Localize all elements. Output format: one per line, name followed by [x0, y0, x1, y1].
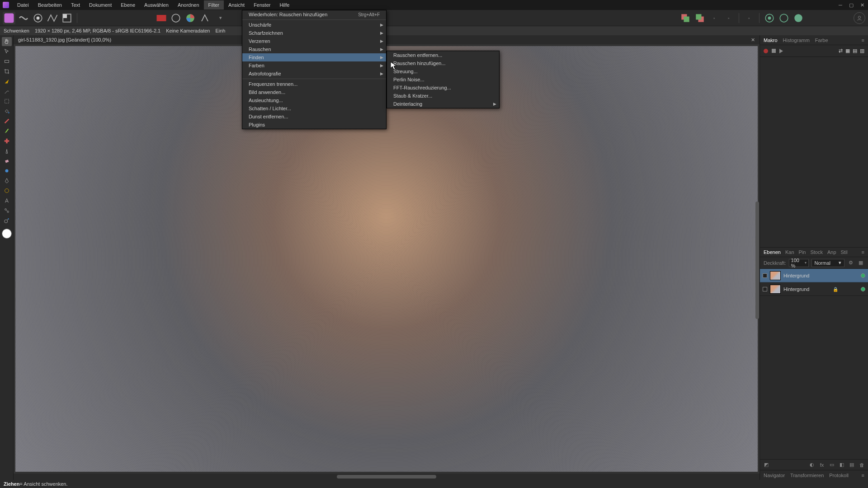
sync-3-button[interactable] — [792, 12, 805, 24]
filter-astrofotografie[interactable]: Astrofotografie▶ — [242, 70, 386, 78]
noise-dust[interactable]: Staub & Kratzer... — [387, 92, 499, 100]
heal-tool[interactable] — [2, 136, 12, 145]
swatch-mask[interactable] — [170, 12, 182, 24]
tab-stock[interactable]: Stock — [810, 249, 823, 255]
tab-histogramm[interactable]: Histogramm — [783, 38, 810, 43]
tone-map-persona-button[interactable] — [46, 12, 59, 24]
macro-opt-1[interactable]: ⇄ — [839, 48, 843, 54]
tab-anp[interactable]: Anp — [827, 249, 836, 255]
tab-pin[interactable]: Pin — [799, 249, 806, 255]
filter-unschaerfe[interactable]: Unschärfe▶ — [242, 21, 386, 29]
crop-tool[interactable] — [2, 67, 12, 76]
play-button[interactable] — [779, 49, 783, 53]
fx-layer-button[interactable]: fx — [818, 461, 826, 469]
swatch-colorwheel[interactable] — [184, 12, 197, 24]
tab-transformieren[interactable]: Transformieren — [790, 473, 824, 478]
pan-tool[interactable] — [2, 37, 12, 46]
menu-ansicht[interactable]: Ansicht — [224, 0, 249, 9]
filter-schatten-lichter[interactable]: Schatten / Lichter... — [242, 104, 386, 113]
filter-bild-anwenden[interactable]: Bild anwenden... — [242, 88, 386, 96]
filter-plugins[interactable]: Plugins — [242, 121, 386, 129]
noise-diffuse[interactable]: Streuung... — [387, 67, 499, 75]
pen-tool[interactable] — [2, 176, 12, 185]
tab-stil[interactable]: Stil — [841, 249, 848, 255]
filter-ausleuchtung[interactable]: Ausleuchtung... — [242, 96, 386, 104]
layer-opt-cog[interactable]: ⚙ — [847, 259, 854, 267]
macro-opt-2[interactable]: ▦ — [845, 48, 850, 54]
order-front-button[interactable] — [693, 12, 706, 24]
filter-rauschen[interactable]: Rauschen▶ — [242, 45, 386, 53]
minimize-button[interactable]: ─ — [837, 2, 844, 8]
filter-dunst[interactable]: Dunst entfernen... — [242, 113, 386, 121]
menu-filter[interactable]: Filter — [204, 0, 224, 9]
gradient-tool[interactable] — [2, 117, 12, 126]
export-persona-button[interactable] — [61, 12, 73, 24]
layers-menu-icon[interactable]: ≡ — [862, 249, 864, 255]
panel-menu-icon[interactable]: ≡ — [862, 38, 864, 43]
menu-bearbeiten[interactable]: Bearbeiten — [33, 0, 66, 9]
layer-checkbox[interactable] — [763, 287, 767, 291]
noise-fft[interactable]: FFT-Rauschreduzierung... — [387, 84, 499, 92]
stop-button[interactable] — [772, 49, 776, 53]
noise-add[interactable]: Rauschen hinzufügen... — [387, 59, 499, 67]
swatch-auto[interactable] — [198, 12, 211, 24]
blend-mode-select[interactable]: Normal▾ — [811, 259, 844, 267]
layer-opt-lock[interactable]: ▦ — [857, 259, 864, 267]
color-swatch[interactable] — [2, 229, 12, 239]
layer-visibility-icon[interactable] — [861, 273, 865, 278]
tab-protokoll[interactable]: Protokoll — [829, 473, 849, 478]
tab-ebenen[interactable]: Ebenen — [764, 249, 781, 255]
sync-1-button[interactable] — [763, 12, 776, 24]
selection-brush-tool[interactable] — [2, 77, 12, 86]
view-tool[interactable] — [2, 57, 12, 66]
tab-navigator[interactable]: Navigator — [764, 473, 785, 478]
eyedropper-tool[interactable] — [2, 216, 12, 225]
noise-remove[interactable]: Rauschen entfernen... — [387, 51, 499, 59]
tab-makro[interactable]: Makro — [764, 38, 778, 43]
document-tab[interactable]: girl-511883_1920.jpg [Geändert] (100,0%)… — [14, 35, 760, 44]
tab-farbe[interactable]: Farbe — [815, 38, 828, 43]
menu-hilfe[interactable]: Hilfe — [275, 0, 294, 9]
menu-fenster[interactable]: Fenster — [249, 0, 275, 9]
opacity-input[interactable]: 100 %▾ — [789, 259, 809, 267]
liquify-persona-button[interactable] — [17, 12, 30, 24]
menu-text[interactable]: Text — [66, 0, 85, 9]
canvas[interactable] — [14, 44, 760, 474]
menu-anordnen[interactable]: Anordnen — [173, 0, 204, 9]
bottom-panel-menu-icon[interactable]: ≡ — [862, 473, 864, 478]
menu-dokument[interactable]: Dokument — [85, 0, 116, 9]
flood-select-tool[interactable] — [2, 87, 12, 96]
close-button[interactable]: ✕ — [859, 2, 865, 8]
clone-tool[interactable] — [2, 146, 12, 155]
maximize-button[interactable]: ▢ — [848, 2, 854, 8]
noise-deinterlace[interactable]: Deinterlacing▶ — [387, 100, 499, 108]
marquee-tool[interactable] — [2, 97, 12, 106]
menu-auswaehlen[interactable]: Auswählen — [140, 0, 173, 9]
record-button[interactable] — [764, 49, 768, 53]
document-tab-close[interactable]: ✕ — [751, 37, 755, 43]
mesh-tool[interactable] — [2, 206, 12, 215]
brush-tool[interactable] — [2, 127, 12, 136]
macro-opt-4[interactable]: ▥ — [860, 48, 864, 54]
text-tool[interactable] — [2, 196, 12, 205]
dropdown-toggle[interactable]: ▾ — [213, 12, 228, 24]
filter-frequenzen[interactable]: Frequenzen trennen... — [242, 80, 386, 88]
macro-opt-3[interactable]: ▤ — [853, 48, 857, 54]
noise-perlin[interactable]: Perlin Noise... — [387, 75, 499, 84]
tab-kan[interactable]: Kan — [785, 249, 794, 255]
layer-row[interactable]: Hintergrund — [760, 269, 868, 282]
filter-repeat[interactable]: Wiederholen: Rauschen hinzufügenStrg+Alt… — [242, 10, 386, 19]
menu-datei[interactable]: Datei — [13, 0, 33, 9]
scrollbar-horizontal[interactable] — [14, 474, 760, 480]
delete-layer-button[interactable]: 🗑 — [858, 461, 865, 469]
filter-farben[interactable]: Farben▶ — [242, 61, 386, 70]
adjust-layer-button[interactable]: ◐ — [808, 461, 816, 469]
dodge-tool[interactable] — [2, 166, 12, 175]
paint-pour-tool[interactable] — [2, 107, 12, 116]
opts-layer-button[interactable]: ◧ — [838, 461, 845, 469]
order-back-button[interactable] — [679, 12, 692, 24]
menu-ebene[interactable]: Ebene — [116, 0, 140, 9]
move-tool[interactable] — [2, 47, 12, 56]
erase-tool[interactable] — [2, 156, 12, 165]
filter-finden[interactable]: Finden▶ — [242, 53, 386, 61]
